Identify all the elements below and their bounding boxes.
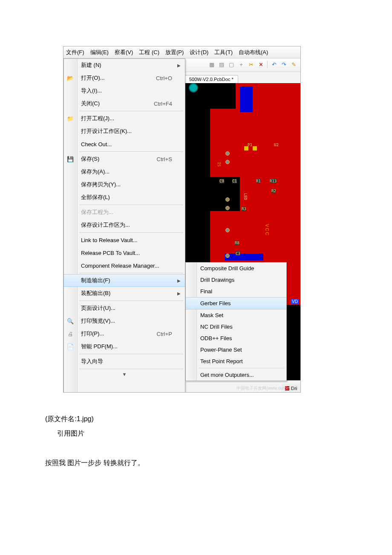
menu-item-open-workspace[interactable]: 打开设计工作区(K)... xyxy=(64,125,185,138)
menu-item-open-project[interactable]: 📁 打开工程(J)... xyxy=(64,112,185,125)
menu-item-label: 制造输出(F) xyxy=(81,277,110,284)
menu-item-save-workspace-as[interactable]: 保存设计工作区为... xyxy=(64,219,185,231)
toolbar-icon-undo[interactable]: ↶ xyxy=(270,60,278,69)
menu-item-import[interactable]: 导入(I)... xyxy=(64,84,185,97)
menu-separator xyxy=(79,205,183,205)
submenu-item-gerber[interactable]: Gerber Files xyxy=(186,297,286,309)
print-preview-icon: 🔍 xyxy=(66,317,74,325)
caption-instruction: 按照我 图片一步步 转换就行了。 xyxy=(45,459,144,468)
folder-open-icon: 📂 xyxy=(66,74,74,82)
pdf-icon: 📄 xyxy=(66,343,74,350)
toolbar-icon-plus[interactable]: + xyxy=(237,60,245,69)
menubar: 文件(F) 编辑(E) 察看(V) 工程 (C) 放置(P) 设计(D) 工具(… xyxy=(63,46,300,58)
submenu-item-mask-set[interactable]: Mask Set xyxy=(186,309,286,321)
toolbar-icon-pencil[interactable]: ✎ xyxy=(289,60,298,69)
submenu-item-final[interactable]: Final xyxy=(186,286,286,297)
toolbar-icon-box[interactable]: ▢ xyxy=(227,60,236,69)
submenu-item-label: Test Point Report xyxy=(200,358,243,364)
submenu-item-label: Get more Outputers... xyxy=(200,372,254,378)
shortcut-label: Ctrl+P xyxy=(157,331,172,337)
chevron-down-icon: ▼ xyxy=(122,372,127,377)
menu-view[interactable]: 察看(V) xyxy=(115,49,133,56)
pad xyxy=(225,254,230,258)
silk-u2: U2 xyxy=(274,143,279,147)
menu-item-label: Check Out... xyxy=(81,141,112,147)
menu-design[interactable]: 设计(D) xyxy=(190,49,208,56)
smd-pad xyxy=(253,146,257,150)
menu-place[interactable]: 放置(P) xyxy=(165,49,184,56)
menu-separator xyxy=(79,151,183,152)
menu-item-import-wizard[interactable]: 导入向导 xyxy=(64,355,185,368)
toolbar-icon-grid2[interactable]: ▨ xyxy=(217,60,226,69)
menu-item-close[interactable]: 关闭(C) Ctrl+F4 xyxy=(64,97,185,110)
pad xyxy=(225,206,230,210)
menu-tools[interactable]: 工具(T) xyxy=(214,49,233,56)
document-tab[interactable]: 500W-V2.0.PcbDoc * xyxy=(184,75,238,83)
menu-item-print-preview[interactable]: 🔍 打印预览(V)... xyxy=(64,315,185,327)
submenu-item-odb[interactable]: ODB++ Files xyxy=(186,332,286,344)
submenu-item-composite-drill[interactable]: Composite Drill Guide xyxy=(186,263,286,274)
menu-item-save-all[interactable]: 全部保存(L) xyxy=(64,191,185,204)
print-icon: 🖨 xyxy=(66,330,74,338)
cutout xyxy=(210,83,236,109)
menu-separator xyxy=(79,273,183,273)
submenu-separator xyxy=(199,368,285,368)
toolbar-icon-scissor[interactable]: ✂ xyxy=(247,60,255,69)
menu-item-label: 保存为(A)... xyxy=(81,168,110,176)
submenu-item-label: Mask Set xyxy=(200,312,223,318)
menu-item-save-as[interactable]: 保存为(A)... xyxy=(64,165,185,178)
net-vd: VD xyxy=(291,299,299,304)
menu-edit[interactable]: 编辑(E) xyxy=(90,49,109,56)
silk-r2: R2 xyxy=(271,189,276,193)
menu-item-print[interactable]: 🖨 打印(P)... Ctrl+P xyxy=(64,327,185,340)
menu-item-page-setup[interactable]: 页面设计(U)... xyxy=(64,302,185,315)
menu-item-fabrication-output[interactable]: 制造输出(F) ▶ xyxy=(64,274,185,287)
menu-item-label: 保存设计工作区为... xyxy=(81,221,130,229)
menu-item-label: Component Release Manager... xyxy=(81,263,159,269)
submenu-item-label: ODB++ Files xyxy=(200,335,232,341)
menu-item-open[interactable]: 📂 打开(O)... Ctrl+O xyxy=(64,72,185,84)
menu-item-checkout[interactable]: Check Out... xyxy=(64,138,185,150)
toolbar-icon-redo[interactable]: ↷ xyxy=(280,60,288,69)
menu-item-label: 保存工程为... xyxy=(81,208,113,216)
fabrication-submenu: Composite Drill Guide Drill Drawings Fin… xyxy=(185,262,287,381)
submenu-item-label: Power-Plane Set xyxy=(200,347,242,353)
toolbar-icon-grid1[interactable]: ▦ xyxy=(208,60,216,69)
menu-item-label: 打开工程(J)... xyxy=(81,115,114,122)
submenu-item-get-more[interactable]: Get more Outputers... xyxy=(186,369,286,381)
via-top xyxy=(189,83,198,92)
menu-item-label: 关闭(C) xyxy=(81,100,100,107)
submenu-item-label: Final xyxy=(200,288,212,295)
submenu-item-test-point[interactable]: Test Point Report xyxy=(186,356,286,367)
menu-item-assembly-output[interactable]: 装配输出(B) ▶ xyxy=(64,287,185,300)
menu-item-label: 全部保存(L) xyxy=(81,194,110,201)
submenu-arrow-icon: ▶ xyxy=(177,63,181,68)
menu-autoroute[interactable]: 自动布线(A) xyxy=(239,49,268,56)
menu-item-save[interactable]: 💾 保存(S) Ctrl+S xyxy=(64,153,185,165)
submenu-arrow-icon: ▶ xyxy=(177,291,181,296)
menu-item-label: 导入(I)... xyxy=(81,87,102,95)
pad xyxy=(225,228,230,232)
menu-item-component-release[interactable]: Component Release Manager... xyxy=(64,259,185,272)
menu-item-smart-pdf[interactable]: 📄 智能 PDF(M)... xyxy=(64,340,185,353)
submenu-item-nc-drill[interactable]: NC Drill Files xyxy=(186,321,286,332)
menu-project[interactable]: 工程 (C) xyxy=(139,49,159,56)
shortcut-label: Ctrl+S xyxy=(157,156,172,162)
save-icon: 💾 xyxy=(66,155,74,163)
caption-reference: 引用图片 xyxy=(57,429,84,438)
silk-c3: C3 xyxy=(236,251,240,256)
submenu-item-power-plane[interactable]: Power-Plane Set xyxy=(186,344,286,356)
toolbar-icon-x[interactable]: ✕ xyxy=(257,60,265,69)
menu-item-new[interactable]: 新建 (N) ▶ xyxy=(64,59,185,72)
submenu-item-drill-drawings[interactable]: Drill Drawings xyxy=(186,274,286,286)
menu-item-release-pcb[interactable]: Release PCB To Vault... xyxy=(64,246,185,259)
menu-item-label: 打印(P)... xyxy=(81,330,104,338)
silk-c1: C1 xyxy=(232,179,237,183)
silk-r13: R13 xyxy=(270,179,277,183)
submenu-item-label: Composite Drill Guide xyxy=(200,265,254,272)
menu-expand-chevron[interactable]: ▼ xyxy=(64,370,185,379)
menu-item-link-vault[interactable]: Link to Release Vault... xyxy=(64,234,185,246)
menu-item-save-copy[interactable]: 保存拷贝为(Y)... xyxy=(64,178,185,191)
trace-blue-1 xyxy=(240,87,253,112)
menu-file[interactable]: 文件(F) xyxy=(66,49,84,56)
